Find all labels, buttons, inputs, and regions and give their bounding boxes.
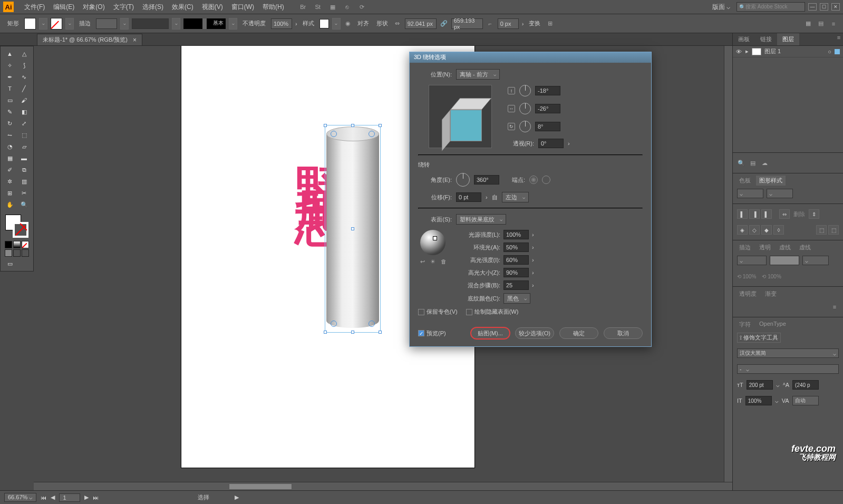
corner-icon[interactable]: ⌐ <box>486 20 495 28</box>
direct-selection-tool-icon[interactable]: △ <box>17 48 31 60</box>
angle-input[interactable]: 360° <box>474 175 499 185</box>
color-mode-icon[interactable] <box>5 241 12 248</box>
stroke-dropdown[interactable]: ⌵ <box>65 18 74 30</box>
window-close-icon[interactable]: ✕ <box>831 3 840 11</box>
doc-setup-icon[interactable]: ▤ <box>817 20 825 28</box>
selection-handle-sw[interactable] <box>324 331 327 334</box>
canvas-vertical-scrollbar[interactable] <box>724 46 732 482</box>
stroke-profile-select[interactable] <box>183 18 226 29</box>
perspective-more-icon[interactable]: › <box>568 140 570 147</box>
workspace-switcher[interactable]: 版面 ⌵ <box>708 3 734 12</box>
artboard-nav-last-icon[interactable]: ⏭ <box>93 495 99 501</box>
swatch-dropdown[interactable]: ⌵ <box>737 189 763 198</box>
dialog-title[interactable]: 3D 绕转选项 <box>410 52 651 63</box>
ambient-input[interactable]: 50% <box>503 243 529 252</box>
magic-wand-tool-icon[interactable]: ✧ <box>3 60 17 71</box>
corner-widget-nw-icon[interactable] <box>331 131 337 137</box>
tab-graphic-styles[interactable]: 图形样式 <box>756 176 786 186</box>
library-icon[interactable]: ▤ <box>749 159 757 167</box>
cloud-icon[interactable]: ⟳ <box>358 3 366 11</box>
hi-more-icon[interactable]: › <box>532 257 534 263</box>
font-style-select[interactable]: - ⌵ <box>737 364 839 374</box>
layer-expand-icon[interactable]: ▸ <box>745 48 749 55</box>
link-wh-icon[interactable]: ⇔ <box>393 20 402 28</box>
pathfinder-unite-icon[interactable]: ◈ <box>737 225 748 235</box>
scale-tool-icon[interactable]: ⤢ <box>17 118 31 129</box>
layer-name[interactable]: 图层 1 <box>764 47 781 55</box>
offset-input[interactable]: 0 pt <box>456 192 481 202</box>
tab-gradient[interactable]: 渐变 <box>762 289 780 299</box>
pathfinder-exclude-icon[interactable]: ◊ <box>773 225 784 235</box>
shape-builder-tool-icon[interactable]: ◔ <box>3 141 17 152</box>
draw-behind-icon[interactable] <box>13 249 21 257</box>
stock-search-input[interactable]: 🔍 搜索 Adobe Stock <box>737 2 805 12</box>
mesh-tool-icon[interactable]: ▦ <box>3 152 17 164</box>
artboard-number-input[interactable]: 1 <box>59 493 80 502</box>
artboard-nav-first-icon[interactable]: ⏮ <box>41 495 46 501</box>
li-more-icon[interactable]: › <box>532 231 534 238</box>
highlight-intensity-input[interactable]: 60% <box>503 255 529 265</box>
perspective-input[interactable]: 0° <box>538 139 564 148</box>
transform-panel-icon[interactable]: ⊞ <box>546 20 554 28</box>
light-preview-sphere[interactable] <box>420 230 445 255</box>
profile-dropdown[interactable]: ⌵ <box>229 18 237 30</box>
canvas-hscroll-thumb[interactable] <box>229 483 292 490</box>
cap-off-icon[interactable] <box>542 176 550 184</box>
swatch-dropdown-2[interactable]: ⌵ <box>767 189 793 198</box>
eraser-tool-icon[interactable]: ◧ <box>17 106 31 118</box>
isolation-icon[interactable]: ▦ <box>804 20 812 28</box>
rotate-x-input[interactable]: -18° <box>535 86 560 95</box>
menu-edit[interactable]: 编辑(E) <box>49 3 79 12</box>
stroke-swatch[interactable] <box>51 18 62 30</box>
pen-tool-icon[interactable]: ✒ <box>3 71 17 83</box>
window-maximize-icon[interactable]: ☐ <box>820 3 828 11</box>
panel-menu-icon[interactable]: ≡ <box>835 33 843 42</box>
shade-color-select[interactable]: 黑色 <box>503 293 530 304</box>
opacity-input[interactable]: 100% <box>271 18 292 29</box>
tracking-input[interactable]: 100% <box>745 396 772 405</box>
rotate-x-dial[interactable] <box>519 85 531 96</box>
menu-window[interactable]: 窗口(W) <box>227 3 258 12</box>
offset-more-icon[interactable]: › <box>486 194 488 200</box>
selection-handle-nw[interactable] <box>324 124 327 127</box>
menu-object[interactable]: 对象(O) <box>79 3 109 12</box>
gpu-icon[interactable]: ⎋ <box>343 3 352 11</box>
style-dropdown[interactable]: ⌵ <box>332 18 341 30</box>
hs-more-icon[interactable]: › <box>532 269 534 276</box>
y-input[interactable]: 659.193 px <box>451 18 483 29</box>
map-art-button[interactable]: 贴图(M)... <box>471 327 510 339</box>
menu-view[interactable]: 视图(V) <box>198 3 227 12</box>
bs-more-icon[interactable]: › <box>532 282 534 288</box>
tab-swatches[interactable]: 色板 <box>736 176 754 186</box>
brush-definition[interactable] <box>132 18 169 29</box>
tab-dash2[interactable]: 虚线 <box>796 243 814 253</box>
rotate-y-dial[interactable] <box>519 103 531 114</box>
rectangle-tool-icon[interactable]: ▭ <box>3 94 17 106</box>
stroke-d1[interactable]: ⌵ <box>802 256 829 265</box>
from-select[interactable]: 左边 <box>502 192 529 202</box>
stroke-color-icon[interactable] <box>13 222 28 238</box>
curvature-tool-icon[interactable]: ∿ <box>17 71 31 83</box>
selection-handle-s[interactable] <box>351 331 354 334</box>
tab-transparency[interactable]: 透明 <box>756 243 774 253</box>
artboard-nav-prev-icon[interactable]: ◀ <box>51 494 55 501</box>
align-left-icon[interactable]: ▌ <box>737 209 748 219</box>
stroke-preview[interactable] <box>770 256 799 265</box>
stock-icon[interactable]: St <box>314 3 322 11</box>
panel-menu2-icon[interactable]: ≡ <box>830 303 839 311</box>
stroke-weight-dropdown[interactable]: ⌵ <box>120 18 129 30</box>
blend-steps-input[interactable]: 25 <box>503 280 529 290</box>
fewer-options-button[interactable]: 较少选项(O) <box>515 327 554 339</box>
screen-mode-icon[interactable]: ▭ <box>3 258 17 269</box>
stroke-val-dropdown[interactable]: ⌵ <box>737 256 767 265</box>
status-more-icon[interactable]: ▶ <box>235 494 239 501</box>
align-center-icon[interactable]: ▐ <box>749 209 760 219</box>
canvas-horizontal-scrollbar[interactable] <box>34 482 732 490</box>
envelope-icon[interactable]: ⬚ <box>816 225 827 235</box>
menu-file[interactable]: 文件(F) <box>20 3 49 12</box>
fill-swatch[interactable] <box>24 18 36 30</box>
cc-icon[interactable]: ☁ <box>760 159 769 167</box>
shaper-tool-icon[interactable]: ✎ <box>3 106 17 118</box>
menu-select[interactable]: 选择(S) <box>138 3 168 12</box>
fill-stroke-control[interactable] <box>4 214 30 239</box>
